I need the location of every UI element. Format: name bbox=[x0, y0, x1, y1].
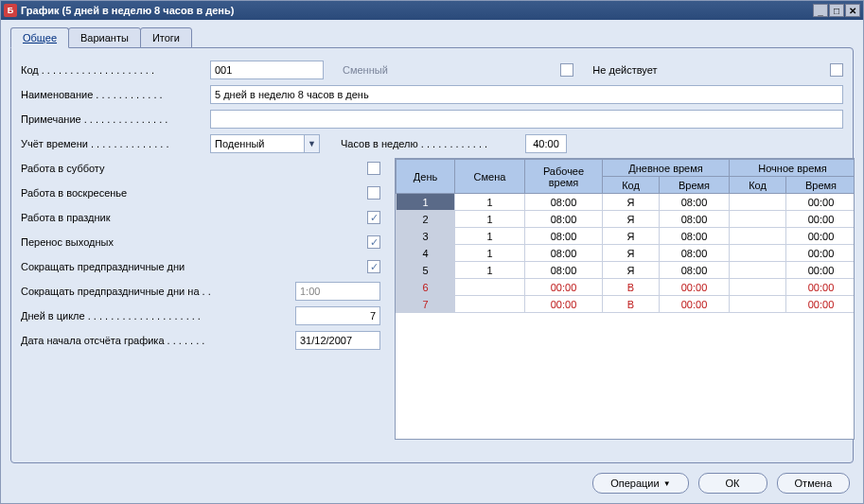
th-day-code: Код bbox=[603, 177, 660, 194]
table-row[interactable]: 700:00В00:0000:00 bbox=[397, 296, 855, 313]
shorten-preholiday-label: Сокращать предпраздничные дни bbox=[21, 261, 367, 272]
th-night-time-val: Время bbox=[786, 177, 855, 194]
name-label: Наименование . . . . . . . . . . . . bbox=[21, 89, 210, 100]
cycle-days-label: Дней в цикле . . . . . . . . . . . . . .… bbox=[21, 310, 295, 322]
table-row[interactable]: 2108:00Я08:0000:00 bbox=[397, 211, 855, 228]
note-label: Примечание . . . . . . . . . . . . . . . bbox=[21, 113, 210, 125]
table-row[interactable]: 3108:00Я08:0000:00 bbox=[397, 228, 855, 245]
inactive-checkbox[interactable] bbox=[830, 63, 843, 77]
window: Б График (5 дней в неделю 8 часов в день… bbox=[0, 0, 864, 504]
cancel-button[interactable]: Отмена bbox=[777, 473, 850, 494]
operations-button[interactable]: Операции ▼ bbox=[592, 473, 688, 494]
shift-checkbox[interactable] bbox=[560, 63, 573, 77]
th-night-time: Ночное время bbox=[730, 160, 855, 177]
th-day: День bbox=[397, 160, 455, 194]
th-night-code: Код bbox=[730, 177, 786, 194]
shorten-by-input[interactable]: 1:00 bbox=[295, 282, 380, 301]
th-day-time-val: Время bbox=[660, 177, 730, 194]
table-row[interactable]: 600:00В00:0000:00 bbox=[397, 279, 855, 296]
name-input[interactable]: 5 дней в неделю 8 часов в день bbox=[210, 85, 843, 104]
cycle-days-input[interactable]: 7 bbox=[295, 306, 380, 325]
tabstrip: Общее Варианты Итоги bbox=[10, 27, 854, 48]
tab-results[interactable]: Итоги bbox=[140, 27, 192, 48]
chevron-down-icon: ▼ bbox=[663, 479, 671, 488]
saturday-checkbox[interactable] bbox=[367, 162, 380, 175]
holiday-checkbox[interactable]: ✓ bbox=[367, 211, 380, 224]
shorten-preholiday-checkbox[interactable]: ✓ bbox=[367, 260, 380, 273]
table-row[interactable]: 1108:00Я08:0000:00 bbox=[397, 194, 855, 211]
start-date-label: Дата начала отсчёта графика . . . . . . … bbox=[21, 335, 295, 346]
move-weekends-label: Перенос выходных bbox=[21, 236, 367, 248]
start-date-input[interactable]: 31/12/2007 bbox=[295, 331, 380, 350]
time-acct-label: Учёт времени . . . . . . . . . . . . . . bbox=[21, 138, 210, 149]
minimize-button[interactable]: _ bbox=[813, 4, 828, 17]
hours-week-label: Часов в неделю . . . . . . . . . . . . bbox=[341, 138, 525, 149]
saturday-label: Работа в субботу bbox=[21, 163, 367, 174]
inactive-label: Не действует bbox=[592, 64, 657, 76]
close-button[interactable]: ✕ bbox=[845, 4, 860, 17]
table-row[interactable]: 4108:00Я08:0000:00 bbox=[397, 245, 855, 262]
app-icon: Б bbox=[4, 4, 17, 17]
sunday-label: Работа в воскресенье bbox=[21, 187, 367, 199]
note-input[interactable] bbox=[210, 110, 843, 129]
chevron-down-icon[interactable]: ▼ bbox=[305, 134, 320, 153]
code-label: Код . . . . . . . . . . . . . . . . . . … bbox=[21, 64, 210, 76]
ok-button[interactable]: ОК bbox=[698, 473, 767, 494]
holiday-label: Работа в праздник bbox=[21, 212, 367, 223]
schedule-table[interactable]: День Смена Рабочее время Дневное время Н… bbox=[395, 158, 855, 440]
tab-panel-general: Код . . . . . . . . . . . . . . . . . . … bbox=[10, 47, 854, 463]
titlebar: Б График (5 дней в неделю 8 часов в день… bbox=[1, 1, 863, 20]
footer-buttons: Операции ▼ ОК Отмена bbox=[592, 473, 850, 494]
th-work-time: Рабочее время bbox=[525, 160, 603, 194]
code-input[interactable]: 001 bbox=[210, 61, 324, 79]
shift-label: Сменный bbox=[343, 64, 388, 76]
tab-variants[interactable]: Варианты bbox=[68, 27, 141, 48]
shorten-by-label: Сокращать предпраздничные дни на . . bbox=[21, 286, 295, 297]
time-acct-combo[interactable]: ▼ bbox=[210, 134, 320, 153]
hours-week-input[interactable]: 40:00 bbox=[525, 134, 567, 153]
table-row[interactable]: 5108:00Я08:0000:00 bbox=[397, 262, 855, 279]
th-day-time: Дневное время bbox=[603, 160, 730, 177]
time-acct-input[interactable] bbox=[210, 134, 305, 153]
move-weekends-checkbox[interactable]: ✓ bbox=[367, 235, 380, 249]
sunday-checkbox[interactable] bbox=[367, 186, 380, 200]
window-title: График (5 дней в неделю 8 часов в день) bbox=[21, 5, 813, 16]
tab-general[interactable]: Общее bbox=[10, 27, 69, 48]
th-shift: Смена bbox=[455, 160, 525, 194]
maximize-button[interactable]: □ bbox=[829, 4, 844, 17]
content-area: Общее Варианты Итоги Код . . . . . . . .… bbox=[1, 20, 863, 503]
